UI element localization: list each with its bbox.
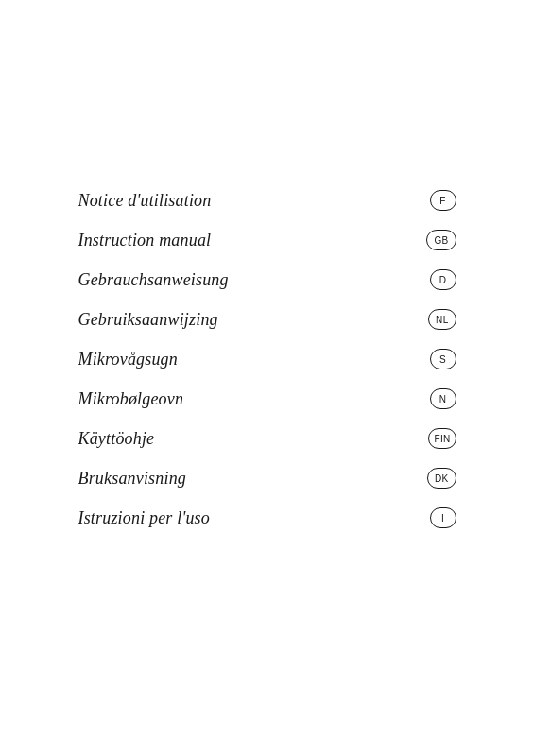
manual-row: MikrobølgeovnN: [78, 379, 456, 419]
lang-badge: DK: [427, 468, 456, 489]
lang-badge: D: [430, 269, 456, 290]
lang-badge: FIN: [428, 428, 456, 449]
lang-badge: F: [430, 190, 456, 211]
lang-badge: NL: [428, 309, 456, 330]
lang-badge: I: [430, 507, 456, 528]
manual-row: BruksanvisningDK: [78, 458, 456, 498]
manual-row: Istruzioni per l'usoI: [78, 498, 456, 538]
manual-label: Käyttöohje: [78, 429, 155, 449]
manual-label: Bruksanvisning: [78, 469, 187, 489]
lang-badge: N: [430, 388, 456, 409]
manual-label: Instruction manual: [78, 231, 212, 250]
manual-list: Notice d'utilisationFInstruction manualG…: [78, 180, 456, 538]
manual-row: GebrauchsanweisungD: [78, 260, 456, 300]
manual-row: GebruiksaanwijzingNL: [78, 300, 456, 339]
manual-label: Notice d'utilisation: [78, 191, 212, 211]
manual-row: Instruction manualGB: [78, 220, 456, 260]
manual-label: Mikrobølgeovn: [78, 389, 184, 409]
lang-badge: GB: [426, 230, 456, 250]
manual-label: Istruzioni per l'uso: [78, 508, 210, 528]
manual-label: Mikrovågsugn: [78, 350, 178, 369]
manual-row: MikrovågsugnS: [78, 339, 456, 379]
manual-label: Gebruiksaanwijzing: [78, 310, 218, 330]
manual-row: KäyttöohjeFIN: [78, 419, 456, 458]
manual-label: Gebrauchsanweisung: [78, 270, 229, 290]
manual-row: Notice d'utilisationF: [78, 180, 456, 220]
lang-badge: S: [430, 349, 456, 369]
